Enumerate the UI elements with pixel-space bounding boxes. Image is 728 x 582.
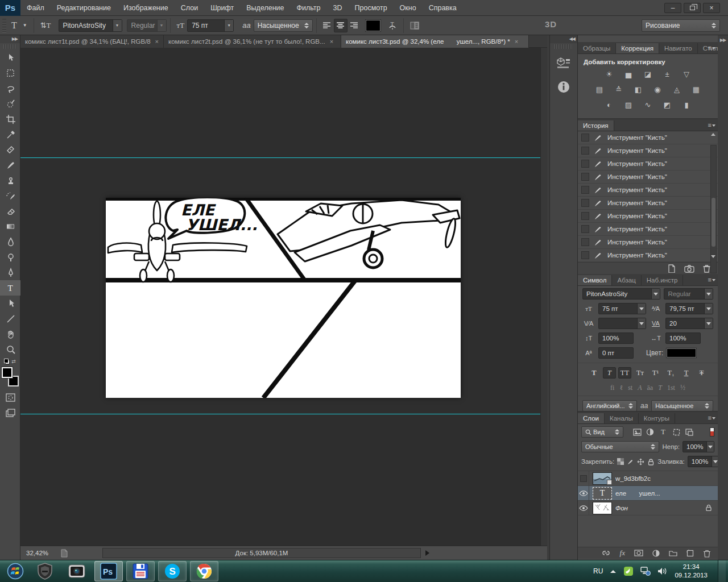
swap-colors-icon[interactable]: ⇄ [11,359,16,364]
tab-paths[interactable]: Контуры [639,413,675,423]
menu-image[interactable]: Изображение [117,0,175,16]
history-step[interactable]: Инструмент "Кисть" [578,197,718,210]
history-step[interactable]: Инструмент "Кисть" [578,144,718,157]
eyedropper-tool[interactable] [0,127,20,142]
menu-help[interactable]: Справка [423,0,463,16]
3d-panel-button[interactable] [553,53,574,73]
text-orientation-icon[interactable]: ⇅T [38,21,54,30]
menu-edit[interactable]: Редактирование [51,0,117,16]
lasso-tool[interactable] [0,81,20,96]
text-layer-thumbnail[interactable]: T [593,487,612,500]
history-source-well[interactable] [581,134,589,142]
tab-tool-preset[interactable]: Наб.инстр [642,275,684,285]
font-family-caret-icon[interactable]: ▼ [113,20,122,31]
selective-color-icon[interactable]: ▮ [680,100,693,110]
shape-tool[interactable] [0,311,20,326]
history-step[interactable]: Инструмент "Кисть" [578,249,718,262]
blend-mode-select[interactable]: Обычные [581,441,659,452]
options-grip[interactable] [2,19,6,32]
zoom-level-field[interactable]: 32,42% [26,550,60,556]
tab-navigator[interactable]: Навигато [659,43,698,53]
anti-alias-select[interactable]: Насыщенное [254,19,313,32]
history-step[interactable]: Инструмент "Кисть" [578,210,718,223]
caret-icon[interactable] [637,318,646,329]
pen-tool[interactable] [0,265,20,280]
marquee-tool[interactable] [0,65,20,81]
superscript-button[interactable]: T¹ [649,367,662,379]
show-desktop-button[interactable] [718,560,726,582]
network-tray-icon[interactable] [640,567,651,576]
history-source-well[interactable] [581,186,589,194]
history-brush-tool[interactable] [0,188,20,203]
info-panel-button[interactable] [553,77,574,97]
color-balance-icon[interactable]: ≙ [612,85,626,94]
right-dock-edge[interactable]: ▶▶ [718,35,728,560]
char-font-size-select[interactable]: 75 пт [598,303,646,314]
tab-adjustments[interactable]: Коррекция [616,43,659,53]
strikethrough-button[interactable]: Ŧ [695,367,708,379]
posterize-icon[interactable]: ▨ [622,100,635,110]
font-family-select[interactable]: PitonAstroSity▼ [59,19,122,32]
expand-panels-icon[interactable]: ◀◀ [550,35,577,43]
language-indicator[interactable]: RU [593,567,603,575]
path-selection-tool[interactable] [0,296,20,311]
tab-channels[interactable]: Каналы [605,413,639,423]
zoom-tool[interactable] [0,342,20,357]
history-source-well[interactable] [581,251,589,259]
status-menu-arrow-icon[interactable] [425,550,429,556]
chrome-icon[interactable] [190,561,218,581]
hidden-icons-arrow[interactable] [610,569,617,573]
restore-button[interactable] [684,3,701,13]
history-source-well[interactable] [581,160,589,168]
add-adjustment-icon[interactable] [652,550,660,557]
delete-state-trash-icon[interactable] [702,264,711,273]
quick-selection-tool[interactable] [0,96,20,111]
quick-mask-button[interactable] [0,390,20,405]
filter-smart-objects-icon[interactable] [684,427,694,436]
caret-icon[interactable] [637,304,646,314]
tools-grip[interactable] [3,44,16,49]
world-of-tanks-icon[interactable] [31,561,59,581]
menu-select[interactable]: Выделение [240,0,290,16]
new-document-from-state-icon[interactable] [667,264,676,273]
baseline-shift-field[interactable]: 0 пт [598,347,634,359]
tab-close-icon[interactable]: × [330,38,333,45]
scroll-up-icon[interactable] [711,133,715,136]
3d-workspace-label[interactable]: 3D [545,19,557,29]
toggle-panels-icon[interactable] [407,22,422,30]
text-color-swatch[interactable] [366,20,380,31]
menu-layers[interactable]: Слои [175,0,204,16]
underline-button[interactable]: T [680,367,693,379]
menu-file[interactable]: Файл [20,0,51,16]
volume-tray-icon[interactable] [657,567,668,576]
curves-icon[interactable]: ◪ [641,69,655,79]
antivirus-tray-icon[interactable] [623,566,634,576]
brush-tool[interactable] [0,157,20,173]
lock-transparency-icon[interactable] [617,457,624,466]
lock-all-icon[interactable] [647,457,655,466]
align-left-button[interactable] [320,19,334,32]
close-button[interactable]: × [703,3,720,13]
caret-icon[interactable] [704,304,713,314]
horizontal-scale-field[interactable]: 100% [665,332,701,344]
caret-icon[interactable] [704,318,713,329]
lock-position-icon[interactable] [637,457,644,466]
faux-bold-button[interactable]: T [588,367,601,379]
fill-select[interactable]: 100% [688,456,719,467]
skype-icon[interactable]: S [158,561,187,581]
language-select[interactable]: Английский... [582,400,637,411]
gradient-tool[interactable] [0,219,20,234]
caret-icon[interactable] [651,289,660,299]
tab-close-icon[interactable]: × [515,38,518,45]
type-tool[interactable]: T [0,280,20,296]
layer-thumbnail[interactable] [593,502,612,514]
start-button[interactable] [3,561,27,581]
tab-paragraph[interactable]: Абзац [612,275,641,285]
panel-menu-icon[interactable]: ≡ [708,44,715,51]
history-step[interactable]: Инструмент "Кисть" [578,223,718,236]
visibility-toggle[interactable] [578,501,589,516]
font-size-caret-icon[interactable]: ▼ [224,20,233,31]
comic-document[interactable]: ЕЛЕ УШЕЛ... [106,198,461,398]
filter-on-toggle[interactable] [710,427,714,436]
char-anti-alias-select[interactable]: Насыщенное [651,400,713,411]
